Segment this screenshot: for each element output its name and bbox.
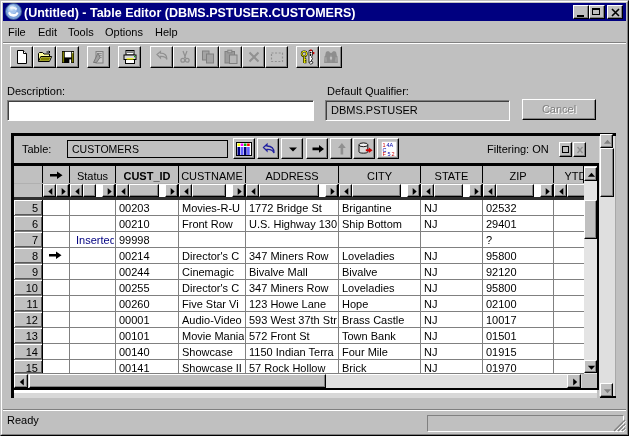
- svg-text:5: 5: [388, 151, 391, 157]
- svg-text:2: 2: [392, 151, 395, 157]
- svg-text:4A: 4A: [387, 142, 394, 148]
